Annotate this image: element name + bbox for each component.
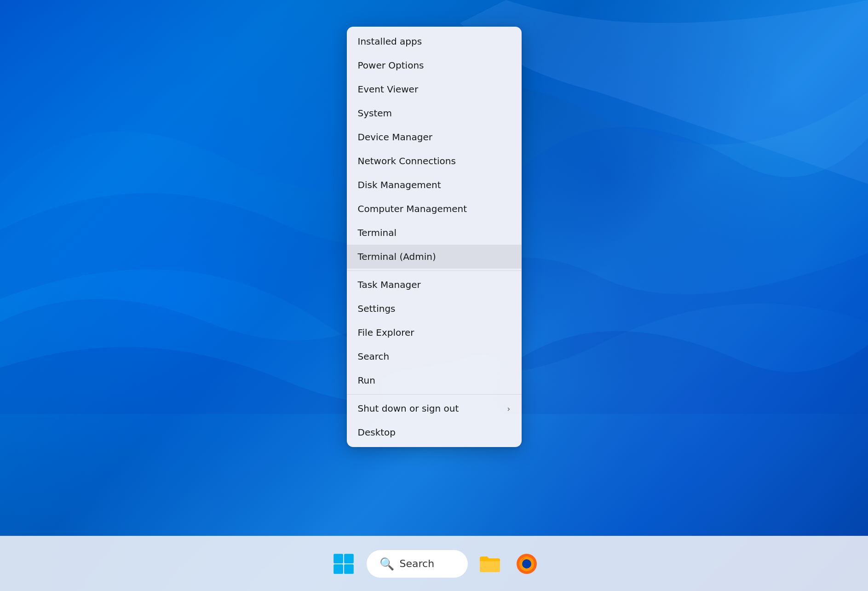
menu-item-search[interactable]: Search [347,344,522,368]
menu-item-label-desktop: Desktop [358,427,396,438]
search-icon: 🔍 [379,557,394,571]
menu-item-label-installed-apps: Installed apps [358,36,422,47]
menu-item-file-explorer[interactable]: File Explorer [347,321,522,344]
menu-item-label-run: Run [358,375,375,386]
menu-item-computer-management[interactable]: Computer Management [347,197,522,221]
taskbar-center: 🔍 Search [325,545,543,582]
menu-item-event-viewer[interactable]: Event Viewer [347,77,522,101]
menu-item-terminal-admin[interactable]: Terminal (Admin) [347,245,522,269]
menu-item-network-connections[interactable]: Network Connections [347,149,522,173]
search-bar[interactable]: 🔍 Search [367,550,468,578]
menu-item-disk-management[interactable]: Disk Management [347,173,522,197]
menu-item-label-search: Search [358,351,390,362]
start-button[interactable] [325,545,362,582]
svg-rect-2 [333,564,343,574]
menu-item-label-device-manager: Device Manager [358,132,432,143]
menu-item-shut-down-sign-out[interactable]: Shut down or sign out› [347,396,522,420]
search-bar-label: Search [400,558,435,569]
menu-item-device-manager[interactable]: Device Manager [347,125,522,149]
folder-icon [477,552,501,576]
menu-item-run[interactable]: Run [347,368,522,392]
firefox-icon [515,552,539,576]
menu-item-label-file-explorer: File Explorer [358,327,414,338]
menu-divider-task-manager [347,270,522,271]
menu-item-task-manager[interactable]: Task Manager [347,273,522,297]
menu-item-installed-apps[interactable]: Installed apps [347,29,522,53]
menu-item-label-terminal: Terminal [358,227,397,238]
menu-item-label-computer-management: Computer Management [358,203,467,214]
svg-rect-1 [344,554,354,563]
menu-item-system[interactable]: System [347,101,522,125]
menu-divider-shut-down-sign-out [347,394,522,395]
menu-item-label-system: System [358,108,392,119]
menu-item-label-network-connections: Network Connections [358,155,456,166]
menu-item-terminal[interactable]: Terminal [347,221,522,245]
menu-item-label-power-options: Power Options [358,60,424,71]
menu-item-settings[interactable]: Settings [347,297,522,321]
menu-item-desktop[interactable]: Desktop [347,420,522,444]
context-menu: Installed appsPower OptionsEvent ViewerS… [347,27,522,447]
svg-rect-0 [333,554,343,563]
firefox-taskbar-button[interactable] [510,547,543,580]
menu-item-label-terminal-admin: Terminal (Admin) [358,251,436,262]
menu-item-label-shut-down-sign-out: Shut down or sign out [358,403,459,414]
windows-logo-icon [333,553,355,575]
file-explorer-taskbar-button[interactable] [472,547,506,580]
chevron-icon-shut-down-sign-out: › [507,404,510,413]
taskbar: 🔍 Search [0,536,868,591]
menu-item-label-event-viewer: Event Viewer [358,84,419,95]
svg-rect-3 [344,564,354,574]
menu-item-label-task-manager: Task Manager [358,279,421,290]
menu-item-label-settings: Settings [358,303,396,314]
menu-item-label-disk-management: Disk Management [358,179,441,190]
menu-item-power-options[interactable]: Power Options [347,53,522,77]
